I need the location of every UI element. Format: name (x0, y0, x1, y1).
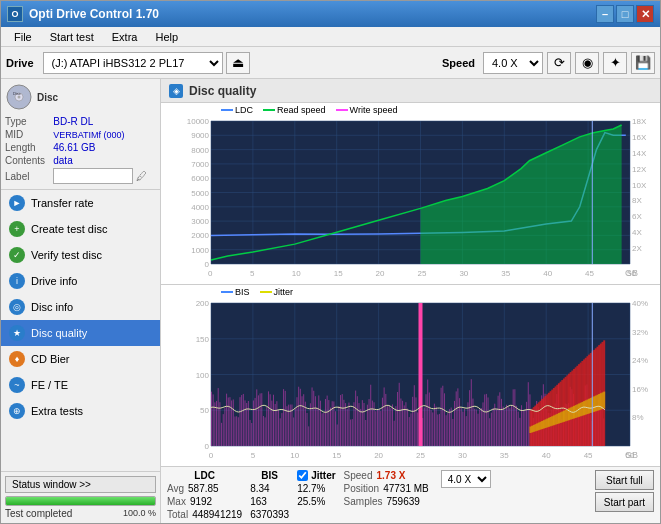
stat-col-speed: Speed 1.73 X Position 47731 MB Samples 7… (344, 470, 429, 507)
read-speed-legend: Read speed (263, 105, 326, 115)
bis-avg-val: 8.34 (250, 483, 269, 494)
chart-title: Disc quality (189, 84, 256, 98)
chart-title-icon: ◈ (169, 84, 183, 98)
contents-label: Contents (5, 154, 53, 167)
start-full-button[interactable]: Start full (595, 470, 654, 490)
label-input[interactable] (53, 168, 133, 184)
nav-item-verify-test-disc[interactable]: ✓ Verify test disc (1, 242, 160, 268)
transfer-rate-icon: ► (9, 195, 25, 211)
svg-text:Disc: Disc (13, 91, 21, 96)
nav-item-cd-bier[interactable]: ♦ CD Bier (1, 346, 160, 372)
title-bar-left: O Opti Drive Control 1.70 (7, 6, 159, 22)
start-part-button[interactable]: Start part (595, 492, 654, 512)
nav-label-transfer-rate: Transfer rate (31, 197, 94, 209)
bis-legend: BIS (221, 287, 250, 297)
nav-label-extra-tests: Extra tests (31, 405, 83, 417)
status-section: Status window >> Test completed 100.0 % (1, 471, 160, 523)
stat-col-bis: BIS 8.34 163 6370393 (250, 470, 289, 520)
progress-bar (5, 496, 156, 506)
nav-label-disc-info: Disc info (31, 301, 73, 313)
minimize-button[interactable]: – (596, 5, 614, 23)
progress-percent: 100.0 % (123, 508, 156, 519)
refresh-button[interactable]: ⟳ (547, 52, 571, 74)
extra-tests-icon: ⊕ (9, 403, 25, 419)
save-button[interactable]: 💾 (631, 52, 655, 74)
jitter-legend-label: Jitter (274, 287, 294, 297)
start-buttons: Start full Start part (595, 470, 654, 512)
ldc-avg-row: Avg 587.85 (167, 483, 242, 494)
verify-button[interactable]: ✦ (603, 52, 627, 74)
nav-label-verify-test-disc: Verify test disc (31, 249, 102, 261)
speed-dropdown[interactable]: 4.0 X (483, 52, 543, 74)
speed-row: Speed 1.73 X (344, 470, 429, 481)
label-edit-icon[interactable]: 🖊 (136, 170, 147, 182)
status-window-button[interactable]: Status window >> (5, 476, 156, 493)
speed-unit-select-col: 4.0 X (441, 470, 491, 488)
disc-quality-icon: ★ (9, 325, 25, 341)
read-speed-legend-label: Read speed (277, 105, 326, 115)
disc-header: Disc Disc (5, 83, 156, 111)
bis-max-row: 163 (250, 496, 289, 507)
nav-item-extra-tests[interactable]: ⊕ Extra tests (1, 398, 160, 424)
contents-value: data (53, 154, 156, 167)
nav-label-disc-quality: Disc quality (31, 327, 87, 339)
drive-dropdown[interactable]: (J:) ATAPI iHBS312 2 PL17 (43, 52, 223, 74)
eject-button[interactable]: ⏏ (226, 52, 250, 74)
ldc-col-header: LDC (167, 470, 242, 481)
menu-start-test[interactable]: Start test (41, 29, 103, 44)
label-label: Label (5, 167, 53, 185)
drive-select-group: (J:) ATAPI iHBS312 2 PL17 ⏏ (43, 52, 250, 74)
total-label: Total (167, 509, 188, 520)
speed-section: Speed 4.0 X ⟳ ◉ ✦ 💾 (442, 52, 655, 74)
nav-item-transfer-rate[interactable]: ► Transfer rate (1, 190, 160, 216)
speed-value: 1.73 X (377, 470, 406, 481)
bis-legend-label: BIS (235, 287, 250, 297)
disc-icon: Disc (5, 83, 33, 111)
upper-chart-canvas (161, 103, 660, 284)
type-value: BD-R DL (53, 115, 156, 128)
mid-value: VERBATIMf (000) (53, 128, 156, 141)
nav-item-disc-info[interactable]: ◎ Disc info (1, 294, 160, 320)
write-speed-legend-color (336, 109, 348, 111)
speed-unit-dropdown[interactable]: 4.0 X (441, 470, 491, 488)
close-button[interactable]: ✕ (636, 5, 654, 23)
menu-extra[interactable]: Extra (103, 29, 147, 44)
nav-item-disc-quality[interactable]: ★ Disc quality (1, 320, 160, 346)
chart-title-bar: ◈ Disc quality (161, 79, 660, 103)
stats-bottom: LDC Avg 587.85 Max 9192 Total 448941219 (161, 466, 660, 523)
max-label: Max (167, 496, 186, 507)
stat-col-jitter: Jitter 12.7% 25.5% (297, 470, 335, 507)
cd-bier-icon: ♦ (9, 351, 25, 367)
write-speed-legend: Write speed (336, 105, 398, 115)
bis-total-row: 6370393 (250, 509, 289, 520)
verify-test-disc-icon: ✓ (9, 247, 25, 263)
maximize-button[interactable]: □ (616, 5, 634, 23)
nav-item-drive-info[interactable]: i Drive info (1, 268, 160, 294)
nav-item-create-test-disc[interactable]: + Create test disc (1, 216, 160, 242)
length-value: 46.61 GB (53, 141, 156, 154)
stat-col-ldc: LDC Avg 587.85 Max 9192 Total 448941219 (167, 470, 242, 520)
disc-fields: Type BD-R DL MID VERBATIMf (000) Length … (5, 115, 156, 185)
read-speed-legend-color (263, 109, 275, 111)
menu-help[interactable]: Help (146, 29, 187, 44)
jitter-checkbox[interactable] (297, 470, 308, 481)
bis-legend-color (221, 291, 233, 293)
burn-button[interactable]: ◉ (575, 52, 599, 74)
jitter-legend: Jitter (260, 287, 294, 297)
position-row: Position 47731 MB (344, 483, 429, 494)
nav-label-cd-bier: CD Bier (31, 353, 70, 365)
write-speed-legend-label: Write speed (350, 105, 398, 115)
ldc-total-row: Total 448941219 (167, 509, 242, 520)
nav-item-fe-te[interactable]: ~ FE / TE (1, 372, 160, 398)
drive-info-icon: i (9, 273, 25, 289)
jitter-avg-row: 12.7% (297, 483, 335, 494)
jitter-check-row: Jitter (297, 470, 335, 481)
disc-info-icon: ◎ (9, 299, 25, 315)
ldc-legend-label: LDC (235, 105, 253, 115)
nav-label-create-test-disc: Create test disc (31, 223, 107, 235)
nav-label-fe-te: FE / TE (31, 379, 68, 391)
menu-file[interactable]: File (5, 29, 41, 44)
drive-label: Drive (6, 57, 34, 69)
position-value: 47731 MB (383, 483, 429, 494)
length-label: Length (5, 141, 53, 154)
